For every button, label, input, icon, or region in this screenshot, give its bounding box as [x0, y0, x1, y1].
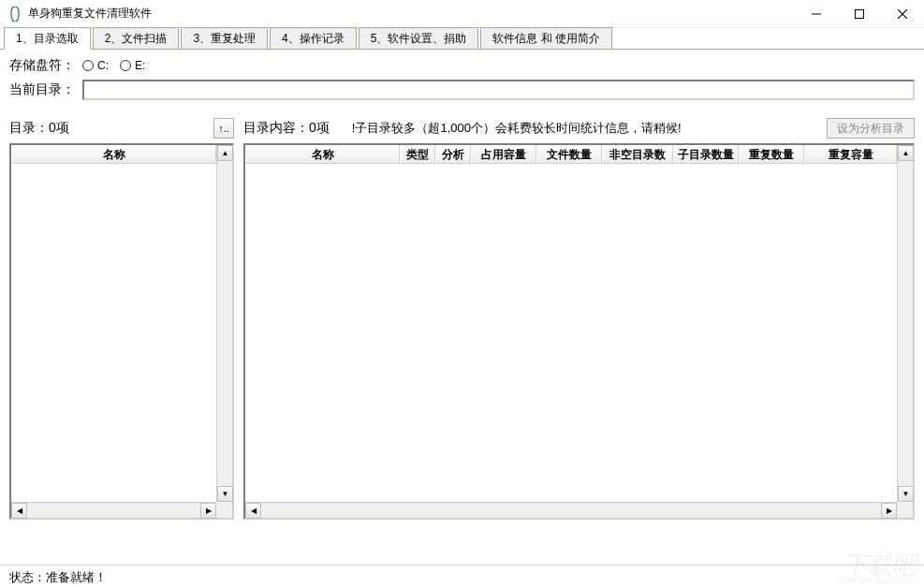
content-list-body[interactable] [245, 164, 913, 518]
current-dir-label: 当前目录： [9, 81, 75, 98]
column-header-name[interactable]: 名称 [11, 145, 216, 164]
storage-radio-e[interactable]: E: [120, 59, 145, 72]
scroll-up-button[interactable]: ▲ [898, 145, 914, 161]
directory-list-body[interactable] [11, 164, 232, 518]
svg-rect-1 [856, 9, 864, 18]
title-bar: 单身狗重复文件清理软件 [0, 0, 924, 28]
right-panel: 目录内容：0项 !子目录较多（超1,000个）会耗费较长时间统计信息，请稍候! … [243, 117, 915, 520]
scroll-left-button[interactable]: ◀ [11, 503, 27, 519]
tab-info-intro[interactable]: 软件信息 和 使用简介 [480, 27, 612, 49]
directory-list[interactable]: 名称 ▲ ▼ ◀ ▶ [9, 143, 234, 520]
status-text: 状态：准备就绪！ [9, 570, 107, 584]
scroll-up-button[interactable]: ▲ [217, 145, 233, 161]
column-header-subdir-count[interactable]: 子目录数量 [673, 145, 739, 164]
status-bar: 状态：准备就绪！ [0, 565, 924, 587]
tab-settings-donate[interactable]: 5、软件设置、捐助 [359, 27, 479, 49]
storage-row: 存储盘符： C: E: [9, 57, 915, 74]
maximize-button[interactable] [838, 0, 881, 28]
window-title: 单身狗重复文件清理软件 [28, 6, 152, 22]
size-grip [216, 502, 232, 518]
column-header-file-count[interactable]: 文件数量 [536, 145, 602, 164]
set-analysis-dir-button[interactable]: 设为分析目录 [827, 118, 915, 139]
tabs-row: 1、目录选取 2、文件扫描 3、重复处理 4、操作记录 5、软件设置、捐助 软件… [0, 28, 924, 50]
tab-duplicate-handle[interactable]: 3、重复处理 [181, 27, 268, 49]
storage-option-label: C: [97, 59, 109, 72]
column-header-dup-size[interactable]: 重复容量 [804, 145, 897, 164]
up-directory-button[interactable]: ↑.. [213, 118, 234, 139]
scroll-right-button[interactable]: ▶ [881, 503, 897, 519]
column-header-size[interactable]: 占用容量 [471, 145, 536, 164]
scroll-left-button[interactable]: ◀ [245, 503, 261, 519]
content-list[interactable]: 名称 类型 分析 占用容量 文件数量 非空目录数 子目录数量 重复数量 重复容量… [243, 143, 915, 520]
radio-icon [82, 60, 94, 71]
app-icon [7, 7, 22, 22]
column-header-analyze[interactable]: 分析 [435, 145, 471, 164]
current-dir-row: 当前目录： [9, 80, 915, 100]
column-header-dup-count[interactable]: 重复数量 [739, 145, 804, 164]
column-header-name[interactable]: 名称 [245, 145, 400, 164]
minimize-button[interactable] [795, 0, 838, 28]
scroll-right-button[interactable]: ▶ [200, 503, 216, 519]
column-header-nonempty-dir[interactable]: 非空目录数 [602, 145, 673, 164]
left-panel: 目录：0项 ↑.. 名称 ▲ ▼ ◀ ▶ [9, 117, 234, 520]
horizontal-scrollbar[interactable]: ◀ ▶ [11, 502, 216, 518]
storage-radio-c[interactable]: C: [82, 59, 109, 72]
dir-count-label: 目录：0项 [9, 120, 69, 137]
size-grip [897, 502, 913, 518]
scroll-down-button[interactable]: ▼ [898, 486, 914, 502]
hint-text: !子目录较多（超1,000个）会耗费较长时间统计信息，请稍候! [352, 120, 682, 137]
storage-label: 存储盘符： [9, 57, 75, 74]
content-count-label: 目录内容：0项 [243, 120, 330, 137]
vertical-scrollbar[interactable]: ▲ ▼ [216, 145, 232, 502]
close-button[interactable] [881, 0, 924, 28]
vertical-scrollbar[interactable]: ▲ ▼ [897, 145, 913, 502]
radio-icon [120, 60, 131, 71]
horizontal-scrollbar[interactable]: ◀ ▶ [245, 502, 897, 518]
scroll-down-button[interactable]: ▼ [217, 486, 233, 502]
tab-content: 存储盘符： C: E: 当前目录： 目录：0项 ↑.. 名称 [0, 50, 924, 560]
column-header-type[interactable]: 类型 [400, 145, 435, 164]
storage-option-label: E: [135, 59, 145, 72]
tab-file-scan[interactable]: 2、文件扫描 [93, 27, 180, 49]
tab-operation-log[interactable]: 4、操作记录 [270, 27, 357, 49]
current-dir-input[interactable] [82, 80, 915, 100]
tab-directory-select[interactable]: 1、目录选取 [4, 27, 91, 50]
